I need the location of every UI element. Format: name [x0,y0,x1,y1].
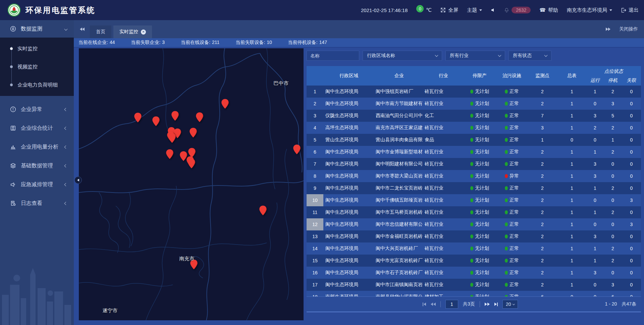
status-dot [505,295,508,296]
sidebar-item-log-view[interactable]: 日志查看 [0,194,74,213]
table-row[interactable]: 6 阆中生态环境局 阆中市金博瑞新型墙材 砖瓦行业 无计划 正常 2 [307,146,641,158]
map[interactable]: 巴中市 南充市 遂宁市 [79,48,304,320]
map-pin[interactable] [134,113,142,124]
table-row[interactable]: 17 阆中生态环境局 阆中市江南镇阆南页岩 砖瓦行业 无计划 正常 2 [307,279,641,291]
row-stop-count: 0 [604,234,622,239]
tab-realtime-monitoring[interactable]: 实时监控 ✕ [113,25,152,38]
stat-item: 当前失联企业: 3 [131,40,165,46]
last-page-button[interactable] [494,303,498,306]
row-run-count: 1 [586,210,604,215]
sidebar-item-video-monitoring[interactable]: 视频监控 [0,58,74,76]
row-industry: 砖瓦行业 [424,173,463,179]
table-row[interactable]: 12 阆中生态环境局 阆中市忠信建材有限公 砖瓦行业 无计划 正常 2 [307,218,641,230]
row-offline-count: 0 [622,137,641,143]
row-company: 阆中强锐页岩砖厂 [374,89,424,95]
sidebar-item-enterprise-statistics[interactable]: 企业综合统计 [0,119,74,138]
tabs-scroll-left-button[interactable] [80,28,85,31]
table-row[interactable]: 1 阆中生态环境局 阆中强锐页岩砖厂 砖瓦行业 无计划 正常 2 [307,86,641,98]
sidebar-item-power-load-detail[interactable]: 企业电力负荷明细 [0,76,74,94]
help-button[interactable]: ☎ 帮助 [539,7,558,13]
table-row[interactable]: 16 阆中生态环境局 阆中市石子页岩机砖厂 砖瓦行业 无计划 正常 2 [307,267,641,279]
map-pin[interactable] [293,145,301,156]
industry-select[interactable]: 所有行业 [445,51,505,61]
table-row[interactable]: 13 阆中生态环境局 阆中市金福旺页岩机砖 砖瓦行业 无计划 正常 2 [307,230,641,242]
close-operations-button[interactable]: 关闭操作 [619,26,638,32]
table-row[interactable]: 14 阆中生态环境局 阆中大兴页岩机砖厂 砖瓦行业 无计划 正常 2 [307,242,641,255]
chevron-left-icon [77,179,79,181]
fullscreen-button[interactable]: 全屏 [440,7,458,13]
map-pin[interactable] [259,206,267,217]
table-row[interactable]: 15 阆中生态环境局 阆中市光富页岩机砖厂 砖瓦行业 无计划 正常 2 [307,255,641,267]
row-stop-count: 2 [604,185,622,191]
temperature-widget: 0 ℃ [416,7,432,13]
table-row[interactable]: 11 阆中生态环境局 阆中市五马桥页岩机砖 砖瓦行业 无计划 正常 2 [307,206,641,218]
map-pin[interactable] [196,112,204,124]
row-meter-count: 1 [557,113,586,118]
row-facility-status: 正常 [496,149,527,155]
map-pin[interactable] [171,111,179,122]
chevron-left-icon [64,164,68,167]
first-page-button[interactable] [423,303,426,306]
tab-home[interactable]: 首页 [90,25,111,38]
theme-dropdown[interactable]: 主题 [467,7,482,13]
table-row[interactable]: 3 仪陇生态环境局 西南油气田分公司川中 化工 无计划 正常 7 [307,110,641,122]
panel-collapse-button[interactable] [74,176,82,184]
table-row[interactable]: 7 阆中生态环境局 阆中明阳建材有限公司 砖瓦行业 无计划 正常 2 [307,158,641,170]
page-size-select[interactable]: 20 [502,300,518,309]
table-row[interactable]: 9 阆中生态环境局 阆中市二龙长宝页岩砖 砖瓦行业 无计划 正常 2 [307,182,641,194]
sidebar-item-power-usage-analysis[interactable]: 企业用电量分析 [0,138,74,156]
sidebar-item-emergency-reduction[interactable]: 应急减排管理 [0,175,74,194]
divider [440,301,441,307]
logout-button[interactable]: 退出 [621,7,639,13]
map-pin[interactable] [188,159,196,170]
tabs-scroll-right-button[interactable] [606,28,610,31]
megaphone-icon [10,181,16,187]
status-dot [505,186,508,190]
row-industry: 砖瓦行业 [424,258,463,264]
table-row[interactable]: 4 高坪生态环境局 南充市高坪区王家店建 砖瓦行业 无计划 正常 3 [307,122,641,134]
enterprise-panel: 行政区域名称 所有行业 所有状态 行政区域 企业 行业 停限产 治污设施 监测点 [307,48,641,312]
row-stop-count: 2 [604,149,622,155]
logout-icon [621,8,626,13]
sound-toggle-button[interactable] [491,8,495,12]
status-dot [505,198,508,202]
next-page-button[interactable] [485,303,490,306]
row-index: 18 [307,291,323,296]
close-icon[interactable]: ✕ [141,30,146,35]
stat-value: 3 [162,40,165,46]
stat-value: 10 [267,40,272,46]
stat-label: 当前失联企业: [131,40,160,46]
map-pin[interactable] [152,116,160,128]
sidebar-item-realtime-monitoring[interactable]: 实时监控 [0,40,74,58]
name-search-input[interactable] [307,51,359,61]
notifications[interactable]: 2632 [504,7,531,13]
region-select[interactable]: 行政区域名称 [363,51,442,61]
row-facility-status: 正常 [496,89,527,95]
table-row[interactable]: 18 南部生态环境局 南部县砒华山泥有限公 建材加工 无计划 正常 6 [307,291,641,296]
prev-page-button[interactable] [431,303,436,306]
row-region: 阆中生态环境局 [323,221,374,227]
sidebar-item-base-data-management[interactable]: 基础数据管理 [0,156,74,175]
map-pin[interactable] [168,133,176,145]
table-body: 1 阆中生态环境局 阆中强锐页岩砖厂 砖瓦行业 无计划 正常 2 [307,86,641,296]
chevron-down-icon [498,54,501,57]
map-pin[interactable] [166,149,174,161]
table-row[interactable]: 10 阆中生态环境局 阆中千佛镇五郎垭页岩 砖瓦行业 无计划 正常 2 [307,194,641,206]
table-row[interactable]: 5 营山生态环境局 营山县润丰肉食品有限 食品 无计划 正常 1 [307,134,641,146]
org-dropdown[interactable]: 南充市生态环境局 [567,7,612,13]
stat-label: 当前失联设备: [235,40,265,46]
map-pin[interactable] [190,128,197,139]
column-monitor: 监测点 [527,66,557,86]
row-stop-count: 5 [604,113,622,118]
bullet-icon [10,65,13,68]
sidebar-item-enterprise-anomaly[interactable]: 企业异常 [0,100,74,119]
status-select[interactable]: 所有状态 [508,51,551,61]
map-pin[interactable] [221,99,229,110]
table-row[interactable]: 8 阆中生态环境局 阆中市枣碧大梁山页岩 砖瓦行业 无计划 异常 2 [307,170,641,182]
row-facility-status: 正常 [496,294,527,296]
sidebar-item-data-monitoring[interactable]: 数据监测 [0,20,74,38]
row-region: 营山生态环境局 [323,137,374,143]
row-offline-count: 0 [622,234,641,239]
table-row[interactable]: 2 阆中生态环境局 阆中市南方节能建材有 砖瓦行业 无计划 正常 2 [307,98,641,110]
page-number-input[interactable]: 1 [445,300,458,309]
